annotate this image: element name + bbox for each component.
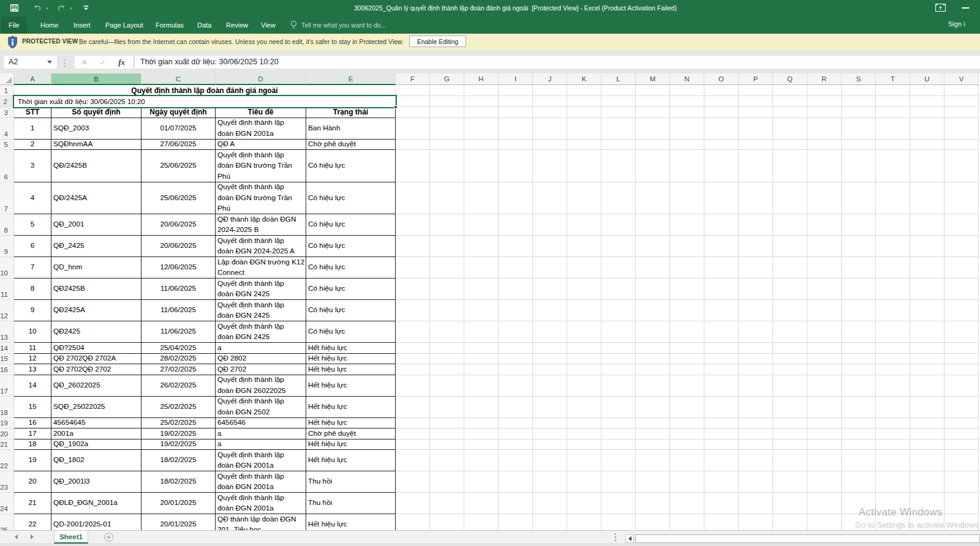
column-header-B[interactable]: B [51,73,141,85]
cell-K23[interactable] [567,471,601,493]
cell-P4[interactable] [739,118,773,140]
cell-I8[interactable] [499,214,533,236]
cell-V15[interactable] [944,354,979,365]
cell-L16[interactable] [601,364,636,375]
cell-M17[interactable] [636,375,670,397]
cell-B23[interactable]: QĐ_2001l3 [51,471,141,493]
cell-Q25[interactable] [773,514,807,530]
sheet-nav-right-icon[interactable] [31,534,34,539]
cell-J16[interactable] [533,364,567,375]
cell-U17[interactable] [910,375,944,397]
cell-S15[interactable] [842,354,876,365]
cell-U18[interactable] [910,397,944,418]
cell-O19[interactable] [704,418,739,429]
column-header-K[interactable]: K [567,73,601,85]
cell-P15[interactable] [739,354,773,365]
cell-A24[interactable]: 21 [14,493,51,514]
cell-A11[interactable]: 8 [14,279,51,300]
cell-F4[interactable] [396,118,430,140]
cell-H9[interactable] [464,236,499,257]
name-box-dropdown-caret[interactable] [47,61,52,64]
cell-B13[interactable]: QĐ2425 [51,321,141,343]
cell-V10[interactable] [944,257,979,279]
cell-M16[interactable] [636,364,670,375]
cell-O1[interactable] [704,85,739,96]
cell-P18[interactable] [739,397,773,418]
cell-L24[interactable] [601,493,636,514]
cell-O23[interactable] [704,471,739,493]
cell-S23[interactable] [842,471,876,493]
cell-J22[interactable] [533,450,567,471]
cell-D25[interactable]: QĐ thành lập đoàn ĐGN201- Tiểu học [216,514,306,530]
row-header-16[interactable]: 16 [0,364,14,375]
row-header-3[interactable]: 3 [0,107,14,118]
cell-B11[interactable]: QĐ2425B [51,279,141,300]
hscroll-left-arrow[interactable] [625,534,634,543]
cell-H23[interactable] [464,471,499,493]
cell-U20[interactable] [910,428,944,439]
cell-C11[interactable]: 11/06/2025 [141,279,216,300]
cell-O7[interactable] [704,182,739,215]
cell-H6[interactable] [464,150,499,182]
row-header-7[interactable]: 7 [0,182,14,215]
cell-H15[interactable] [464,354,499,365]
cell-O25[interactable] [704,514,739,530]
cell-F25[interactable] [396,514,430,530]
cell-K11[interactable] [567,279,601,300]
cell-H18[interactable] [464,397,499,418]
cell-I2[interactable] [499,96,533,107]
cell-B8[interactable]: QĐ_2001 [51,214,141,236]
cell-E14[interactable]: Hết hiệu lực [306,343,396,354]
row-header-20[interactable]: 20 [0,428,14,439]
cell-L1[interactable] [601,85,636,96]
cell-P8[interactable] [739,214,773,236]
cell-F24[interactable] [396,493,430,514]
cell-T9[interactable] [876,236,910,257]
cell-T2[interactable] [876,96,910,107]
cell-D7[interactable]: Quyết định thành lậpđoàn ĐGN trường Trần… [216,182,306,215]
cell-N6[interactable] [670,150,704,182]
cell-C8[interactable]: 20/06/2025 [141,214,216,236]
cell-D24[interactable]: Quyết định thành lậpđoàn ĐGN 2001a [216,493,306,514]
cell-N11[interactable] [670,279,704,300]
cell-S17[interactable] [842,375,876,397]
cell-G25[interactable] [430,514,464,530]
cell-R12[interactable] [807,300,842,321]
cell-D8[interactable]: QĐ thành lập đoàn ĐGN2024-2025 B [216,214,306,236]
cell-M6[interactable] [636,150,670,182]
cell-O5[interactable] [704,140,739,151]
cell-F1[interactable] [396,85,430,96]
cell-U3[interactable] [910,107,944,118]
cell-N2[interactable] [670,96,704,107]
cell-I14[interactable] [499,343,533,354]
cell-S16[interactable] [842,364,876,375]
cell-A25[interactable]: 22 [14,514,51,530]
formula-input[interactable]: Thời gian xuất dữ liệu: 30/06/2025 10:20 [134,55,980,69]
cell-O11[interactable] [704,279,739,300]
ribbon-tab-insert[interactable]: Insert [66,17,98,34]
cell-Q24[interactable] [773,493,807,514]
cell-Q16[interactable] [773,364,807,375]
cell-P10[interactable] [739,257,773,279]
cell-V5[interactable] [944,140,979,151]
cell-U10[interactable] [910,257,944,279]
cell-A10[interactable]: 7 [14,257,51,279]
cell-S9[interactable] [842,236,876,257]
cell-I25[interactable] [499,514,533,530]
cell-L15[interactable] [601,354,636,365]
cell-H24[interactable] [464,493,499,514]
cell-T21[interactable] [876,439,910,451]
tell-me-box[interactable]: Tell me what you want to do... [290,17,386,34]
cell-T12[interactable] [876,300,910,321]
cell-N23[interactable] [670,471,704,493]
cell-P3[interactable] [739,107,773,118]
ribbon-tab-review[interactable]: Review [219,17,255,34]
cell-A18[interactable]: 15 [14,397,51,418]
cell-F11[interactable] [396,279,430,300]
table-header-E3[interactable]: Trạng thái [306,107,396,118]
cell-T16[interactable] [876,364,910,375]
cell-U1[interactable] [910,85,944,96]
cell-R18[interactable] [807,397,842,418]
cell-N13[interactable] [670,321,704,343]
cell-D12[interactable]: Quyết định thành lậpđoàn ĐGN 2425 [216,300,306,321]
